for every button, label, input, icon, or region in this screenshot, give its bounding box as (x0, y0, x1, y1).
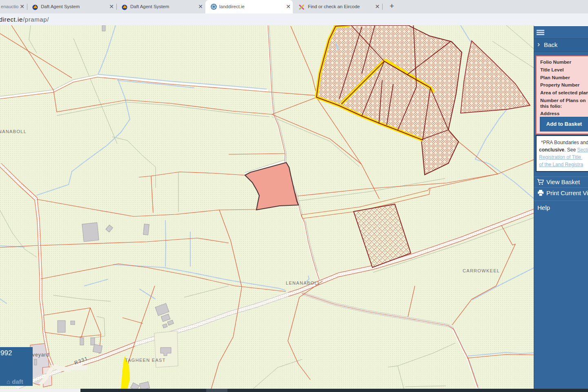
svg-text:NANABOLL: NANABOLL (0, 129, 27, 134)
svg-text:CARROWKEEL: CARROWKEEL (463, 268, 500, 273)
svg-text:TAGHEEN EAST: TAGHEEN EAST (125, 358, 166, 363)
svg-text:veyard: veyard (32, 352, 49, 358)
svg-text:LENANABOLL: LENANABOLL (286, 281, 321, 285)
